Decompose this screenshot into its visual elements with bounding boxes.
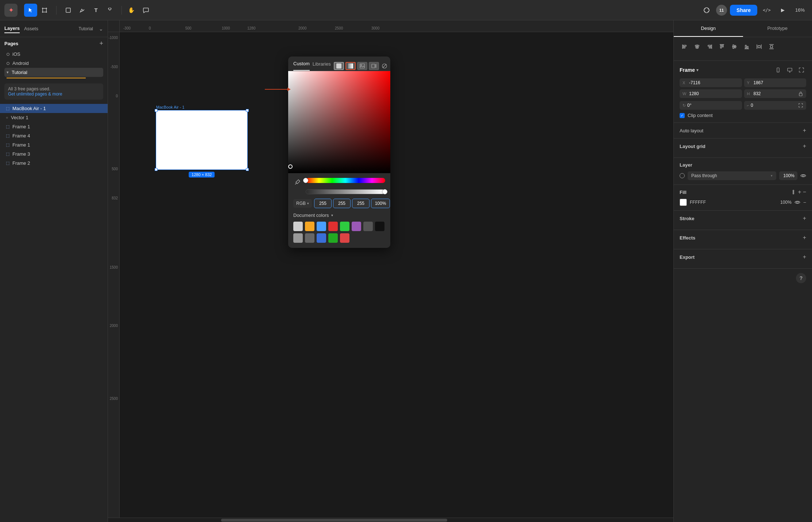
frame-container[interactable]: MacBook Air - 1 1280 × 832 xyxy=(156,105,247,170)
hue-slider[interactable] xyxy=(306,178,385,183)
stroke-add-btn[interactable]: + xyxy=(803,215,806,222)
horizontal-scrollbar[interactable] xyxy=(108,518,673,522)
canvas-inner[interactable]: MacBook Air - 1 1280 × 832 xyxy=(120,32,673,522)
align-right-btn[interactable] xyxy=(704,42,715,52)
swatch-8[interactable] xyxy=(293,233,303,243)
rgb-r-input[interactable] xyxy=(314,199,332,208)
swatch-4[interactable] xyxy=(340,222,349,231)
handle-bl[interactable] xyxy=(155,168,158,171)
layer-frame4[interactable]: ⬚ Frame 4 xyxy=(0,131,108,140)
scrollbar-thumb[interactable] xyxy=(221,519,447,522)
blend-mode-selector[interactable]: Pass through ▾ xyxy=(688,171,776,180)
frame-dropdown[interactable]: Frame ▾ xyxy=(680,67,699,73)
tab-assets[interactable]: Assets xyxy=(24,24,38,33)
align-top-btn[interactable] xyxy=(717,42,727,52)
align-bottom-btn[interactable] xyxy=(742,42,752,52)
text-tool[interactable]: T xyxy=(89,4,103,17)
page-item-ios[interactable]: iOS xyxy=(4,50,103,59)
swatch-5[interactable] xyxy=(352,222,361,231)
solid-icon[interactable] xyxy=(334,62,344,70)
hand-tool[interactable]: ✋ xyxy=(125,4,138,17)
rgb-mode-selector[interactable]: RGB ▾ xyxy=(293,199,312,208)
image-icon[interactable] xyxy=(357,62,367,70)
corner-input[interactable] xyxy=(751,103,797,108)
fill-color-swatch[interactable] xyxy=(680,199,687,206)
code-view-btn[interactable]: </> xyxy=(760,4,773,17)
frame-tool[interactable] xyxy=(38,4,51,17)
hue-handle[interactable] xyxy=(303,178,308,183)
tab-prototype[interactable]: Prototype xyxy=(743,20,812,37)
clip-content-checkbox[interactable]: ✓ xyxy=(680,113,685,118)
swatch-11[interactable] xyxy=(328,233,338,243)
picker-tab-custom[interactable]: Custom xyxy=(293,61,310,71)
effects-add-btn[interactable]: + xyxy=(803,234,806,241)
rgb-g-input[interactable] xyxy=(333,199,351,208)
frame-desktop-icon[interactable] xyxy=(785,65,794,75)
select-tool[interactable] xyxy=(24,4,37,17)
swatch-12[interactable] xyxy=(340,233,349,243)
swatch-1[interactable] xyxy=(305,222,314,231)
layer-macbook[interactable]: ⬚ MacBook Air - 1 xyxy=(0,104,108,113)
frame-resize-icon[interactable] xyxy=(797,65,806,75)
h-input[interactable] xyxy=(754,91,797,96)
fill-add-btn[interactable]: + xyxy=(798,189,801,195)
w-input[interactable] xyxy=(689,91,739,96)
fill-delete-btn[interactable]: − xyxy=(803,199,806,205)
layer-vector1[interactable]: ○ Vector 1 xyxy=(0,113,108,122)
video-icon[interactable] xyxy=(369,62,379,70)
swatch-9[interactable] xyxy=(305,233,314,243)
rotation-input[interactable] xyxy=(687,103,739,108)
swatch-0[interactable] xyxy=(293,222,303,231)
gradient-handle[interactable] xyxy=(288,164,293,169)
y-input[interactable] xyxy=(754,80,804,85)
rgb-b-input[interactable] xyxy=(352,199,370,208)
doc-colors-header[interactable]: Document colors ▾ xyxy=(293,213,385,218)
tutorial-link[interactable]: Tutorial xyxy=(78,26,93,31)
swatch-6[interactable] xyxy=(363,222,373,231)
handle-br[interactable] xyxy=(246,168,249,171)
dev-mode-btn[interactable] xyxy=(700,4,713,17)
fill-settings-icon[interactable] xyxy=(790,189,796,195)
opacity-slider[interactable] xyxy=(306,189,385,194)
user-avatar[interactable]: 11 xyxy=(716,5,727,16)
tab-design[interactable]: Design xyxy=(674,20,743,37)
opacity-handle[interactable] xyxy=(382,189,387,194)
tab-layers[interactable]: Layers xyxy=(4,24,20,33)
page-item-android[interactable]: Android xyxy=(4,59,103,68)
dist-h-btn[interactable] xyxy=(754,42,764,52)
export-add-btn[interactable]: + xyxy=(803,254,806,260)
align-center-h-btn[interactable] xyxy=(692,42,702,52)
tutorial-chevron[interactable]: ⌄ xyxy=(99,26,103,32)
eyedropper-btn[interactable] xyxy=(293,178,302,186)
pen-tool[interactable] xyxy=(76,4,89,17)
add-page-btn[interactable]: + xyxy=(99,40,103,47)
fill-visibility-icon[interactable] xyxy=(794,199,800,205)
component-tool[interactable] xyxy=(103,4,116,17)
gradient-icon[interactable] xyxy=(345,62,356,70)
handle-tl[interactable] xyxy=(155,109,158,112)
lock-icon[interactable] xyxy=(798,91,803,96)
figma-logo[interactable]: ✦ xyxy=(4,4,18,17)
layout-grid-add-btn[interactable]: + xyxy=(803,143,806,149)
zoom-indicator[interactable]: 16% xyxy=(792,6,808,14)
align-left-btn[interactable] xyxy=(680,42,690,52)
picker-tab-libraries[interactable]: Libraries xyxy=(313,61,331,70)
comment-tool[interactable] xyxy=(139,4,152,17)
swatch-10[interactable] xyxy=(317,233,326,243)
dist-v-btn[interactable] xyxy=(766,42,777,52)
canvas-frame-box[interactable]: 1280 × 832 xyxy=(156,110,247,170)
align-middle-btn[interactable] xyxy=(729,42,739,52)
color-gradient-area[interactable] xyxy=(288,71,390,173)
expand-corners-icon[interactable] xyxy=(798,103,803,108)
swatch-3[interactable] xyxy=(328,222,338,231)
fill-remove-btn[interactable]: − xyxy=(803,189,806,195)
visibility-toggle[interactable] xyxy=(800,173,806,179)
x-input[interactable] xyxy=(689,80,739,85)
share-button[interactable]: Share xyxy=(730,5,757,16)
upgrade-link[interactable]: Get unlimited pages & more xyxy=(8,91,62,97)
play-btn[interactable]: ▶ xyxy=(776,4,789,17)
auto-layout-add-btn[interactable]: + xyxy=(803,127,806,134)
frame-phone-icon[interactable] xyxy=(773,65,783,75)
rgb-opacity-input[interactable] xyxy=(371,199,390,208)
handle-tr[interactable] xyxy=(246,109,249,112)
